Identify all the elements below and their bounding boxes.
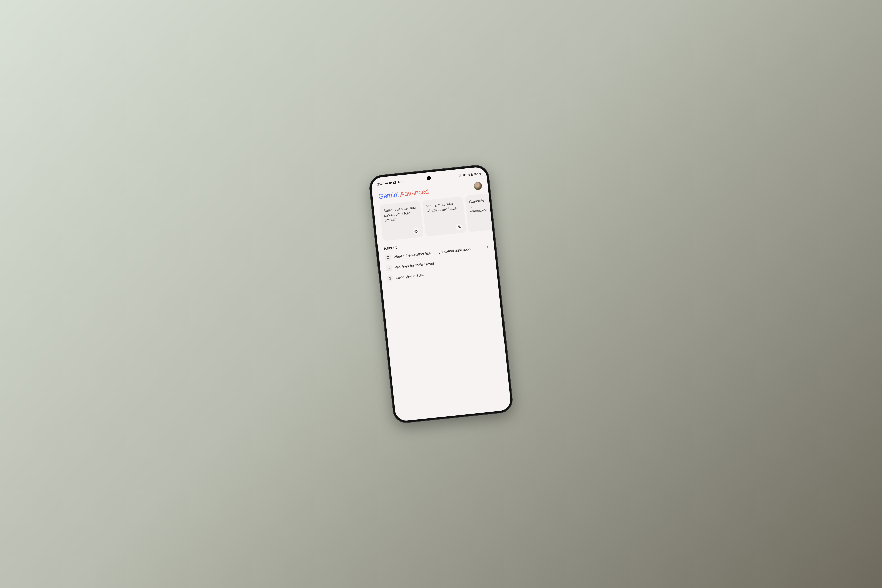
svg-rect-3 bbox=[389, 182, 391, 184]
teams-icon bbox=[385, 182, 388, 185]
cellular-icon bbox=[467, 173, 470, 176]
svg-line-14 bbox=[458, 226, 459, 227]
history-icon bbox=[384, 254, 392, 261]
suggestion-card[interactable]: Plan a meal with what's in my fridge bbox=[422, 196, 466, 237]
wifi-icon bbox=[462, 174, 466, 177]
svg-line-11 bbox=[416, 232, 417, 232]
profile-avatar[interactable] bbox=[473, 182, 483, 191]
chevron-right-icon bbox=[486, 245, 490, 249]
status-right: 92% bbox=[458, 172, 481, 178]
status-notification-icons bbox=[385, 180, 402, 185]
overflow-dot-icon bbox=[401, 182, 402, 182]
battery-icon bbox=[471, 173, 473, 176]
svg-rect-0 bbox=[385, 183, 387, 184]
suggestion-card[interactable]: Settle a debate: how should you store br… bbox=[379, 201, 424, 241]
fridge-icon bbox=[455, 223, 463, 231]
youtube-icon bbox=[393, 182, 396, 184]
svg-line-21 bbox=[388, 258, 388, 258]
title-word-gemini: Gemini bbox=[378, 191, 399, 200]
scale-icon bbox=[412, 228, 420, 235]
title-word-advanced: Advanced bbox=[400, 188, 429, 198]
suggestion-card[interactable]: Generate a watercolor bbox=[465, 194, 492, 232]
battery-percent: 92% bbox=[474, 172, 481, 176]
screen: 3:47 bbox=[371, 166, 511, 422]
video-icon bbox=[389, 182, 392, 184]
svg-line-12 bbox=[415, 230, 417, 231]
phone-frame: 3:47 bbox=[368, 164, 514, 424]
svg-point-1 bbox=[387, 182, 388, 183]
svg-rect-2 bbox=[387, 183, 388, 184]
history-icon bbox=[387, 275, 394, 282]
suggestion-card-text: Plan a meal with what's in my fridge bbox=[426, 201, 460, 214]
svg-line-6 bbox=[459, 176, 460, 176]
avatar-image bbox=[474, 182, 482, 190]
send-icon bbox=[398, 181, 400, 184]
svg-line-25 bbox=[390, 278, 391, 279]
dnd-icon bbox=[458, 174, 462, 177]
svg-rect-13 bbox=[458, 225, 459, 228]
svg-rect-8 bbox=[471, 173, 472, 173]
suggestion-card-text: Generate a watercolor bbox=[469, 198, 488, 214]
suggestion-card-text: Settle a debate: how should you store br… bbox=[383, 205, 418, 223]
status-time: 3:47 bbox=[377, 182, 384, 186]
history-icon bbox=[386, 264, 393, 272]
